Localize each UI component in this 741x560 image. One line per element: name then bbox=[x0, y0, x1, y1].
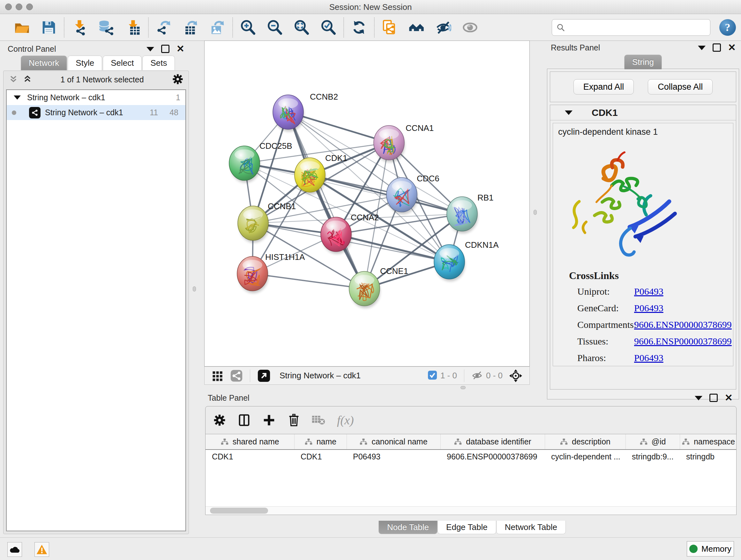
crosslink-link[interactable]: 9606.ENSP00000378699 bbox=[634, 336, 732, 347]
help-button[interactable]: ? bbox=[719, 19, 736, 36]
cloud-status-button[interactable] bbox=[7, 542, 22, 557]
network-node-CDKN1A[interactable]: CDKN1A bbox=[434, 240, 499, 281]
tab-network[interactable]: Network bbox=[21, 56, 67, 70]
control-panel-menu-button[interactable] bbox=[146, 45, 154, 53]
network-node-CDC6[interactable]: CDC6 bbox=[387, 174, 440, 214]
gene-collapse-icon[interactable] bbox=[565, 111, 572, 115]
results-panel-menu-button[interactable] bbox=[698, 44, 705, 51]
crosslink-link[interactable]: 9606.ENSP00000378699 bbox=[634, 319, 732, 330]
column-header-shared-name[interactable]: shared name bbox=[205, 434, 294, 449]
zoom-out-button[interactable] bbox=[266, 17, 284, 37]
control-panel-close-button[interactable]: ✕ bbox=[177, 44, 185, 54]
network-view-mode-button[interactable] bbox=[227, 369, 246, 382]
new-network-from-selection-button[interactable] bbox=[381, 17, 399, 37]
hidden-eye-icon[interactable] bbox=[471, 369, 483, 382]
selected-checkbox-icon[interactable] bbox=[428, 370, 437, 381]
warning-status-button[interactable] bbox=[35, 542, 49, 557]
network-node-HIST1H1A[interactable]: HIST1H1A bbox=[237, 252, 305, 293]
network-collection-row[interactable]: String Network – cdk1 1 bbox=[7, 90, 185, 105]
right-splitter-handle[interactable] bbox=[534, 210, 537, 215]
table-panel-menu-button[interactable] bbox=[695, 394, 702, 401]
collapse-all-button[interactable]: Collapse All bbox=[648, 79, 713, 95]
collapse-all-networks-button[interactable] bbox=[9, 74, 18, 85]
tab-style[interactable]: Style bbox=[68, 56, 102, 70]
show-columns-button[interactable] bbox=[238, 414, 251, 427]
create-column-button[interactable] bbox=[262, 414, 276, 427]
refresh-view-button[interactable] bbox=[350, 17, 368, 37]
table-row[interactable]: CDK1CDK1P064939606.ENSP00000378699cyclin… bbox=[205, 449, 736, 463]
table-cell[interactable]: CDK1 bbox=[294, 449, 347, 463]
zoom-in-button[interactable] bbox=[239, 17, 257, 37]
tab-sets[interactable]: Sets bbox=[142, 56, 175, 70]
scrollbar-thumb[interactable] bbox=[210, 508, 268, 514]
tab-edge-table[interactable]: Edge Table bbox=[437, 521, 496, 534]
results-panel-close-button[interactable]: ✕ bbox=[728, 43, 736, 52]
network-canvas[interactable]: CCNB2CCNA1CDC25BCDK1CDC6RB1CCNB1CCNA2CDK… bbox=[205, 41, 529, 366]
memory-button[interactable]: Memory bbox=[687, 541, 734, 557]
export-image-button[interactable] bbox=[208, 17, 226, 37]
network-node-RB1[interactable]: RB1 bbox=[447, 193, 494, 233]
control-panel-float-button[interactable] bbox=[161, 45, 170, 53]
table-cell[interactable]: cyclin-dependent ... bbox=[545, 449, 625, 463]
table-panel-close-button[interactable]: ✕ bbox=[725, 393, 733, 402]
column-type-icon bbox=[359, 438, 367, 446]
crosslink-link[interactable]: P06493 bbox=[634, 353, 664, 363]
table-horizontal-scrollbar[interactable] bbox=[205, 506, 736, 515]
table-cell[interactable]: stringdb:9... bbox=[625, 449, 680, 463]
delete-column-button[interactable] bbox=[287, 414, 300, 427]
network-node-CDK1[interactable]: CDK1 bbox=[294, 153, 347, 194]
table-settings-gear-button[interactable] bbox=[213, 414, 226, 427]
network-node-CCNB2[interactable]: CCNB2 bbox=[273, 92, 338, 132]
network-options-gear-button[interactable] bbox=[172, 73, 184, 86]
table-cell[interactable]: P06493 bbox=[347, 449, 441, 463]
first-neighbors-button[interactable] bbox=[407, 17, 426, 37]
collection-expand-icon[interactable] bbox=[14, 96, 21, 100]
search-input[interactable] bbox=[569, 23, 706, 32]
search-icon bbox=[556, 23, 565, 32]
tab-select[interactable]: Select bbox=[103, 56, 142, 70]
import-table-from-file-button[interactable] bbox=[124, 17, 142, 37]
birds-eye-view-button[interactable] bbox=[254, 369, 274, 382]
table-cell[interactable]: 9606.ENSP00000378699 bbox=[441, 449, 545, 463]
column-header-canonical-name[interactable]: canonical name bbox=[347, 434, 441, 449]
zoom-fit-content-button[interactable] bbox=[292, 17, 311, 37]
function-builder-button[interactable]: f(x) bbox=[337, 413, 354, 427]
network-icon bbox=[29, 107, 41, 118]
column-header-namespace[interactable]: namespace bbox=[680, 434, 736, 449]
import-network-from-database-button[interactable] bbox=[97, 17, 116, 37]
search-box[interactable] bbox=[552, 19, 711, 36]
delete-table-button[interactable] bbox=[312, 415, 326, 426]
tab-string-results[interactable]: String bbox=[624, 55, 662, 69]
first-neighbors-icon bbox=[408, 19, 424, 36]
import-network-from-file-button[interactable] bbox=[70, 17, 89, 37]
show-all-button[interactable] bbox=[461, 17, 479, 37]
column-header-description[interactable]: description bbox=[545, 434, 625, 449]
table-cell[interactable]: CDK1 bbox=[205, 449, 294, 463]
network-edges[interactable] bbox=[245, 112, 462, 289]
export-network-button[interactable] bbox=[154, 17, 173, 37]
table-panel-float-button[interactable] bbox=[710, 394, 718, 402]
open-session-button[interactable] bbox=[13, 17, 31, 37]
column-header--id[interactable]: @id bbox=[625, 434, 680, 449]
network-row[interactable]: String Network – cdk1 11 48 bbox=[7, 105, 185, 120]
fit-selected-crosshair-button[interactable] bbox=[506, 369, 526, 382]
expand-all-button[interactable]: Expand All bbox=[574, 79, 634, 95]
export-table-button[interactable] bbox=[181, 17, 200, 37]
crosslink-link[interactable]: P06493 bbox=[634, 303, 664, 314]
zoom-selected-icon bbox=[320, 19, 336, 36]
results-panel-float-button[interactable] bbox=[713, 44, 721, 52]
column-header-database-identifier[interactable]: database identifier bbox=[441, 434, 545, 449]
zoom-selected-button[interactable] bbox=[319, 17, 338, 37]
hide-selected-button[interactable] bbox=[434, 17, 453, 37]
table-cell[interactable]: stringdb bbox=[680, 449, 736, 463]
crosslink-link[interactable]: P06493 bbox=[634, 286, 664, 297]
network-node-CDC25B[interactable]: CDC25B bbox=[229, 141, 292, 183]
left-splitter-handle[interactable] bbox=[193, 287, 196, 292]
tab-network-table[interactable]: Network Table bbox=[496, 521, 566, 534]
column-header-name[interactable]: name bbox=[294, 434, 347, 449]
expand-all-networks-button[interactable] bbox=[23, 74, 32, 85]
grid-view-button[interactable] bbox=[208, 370, 227, 382]
gene-section-header[interactable]: CDK1 bbox=[550, 105, 736, 120]
save-session-button[interactable] bbox=[40, 17, 58, 37]
tab-node-table[interactable]: Node Table bbox=[379, 521, 437, 534]
